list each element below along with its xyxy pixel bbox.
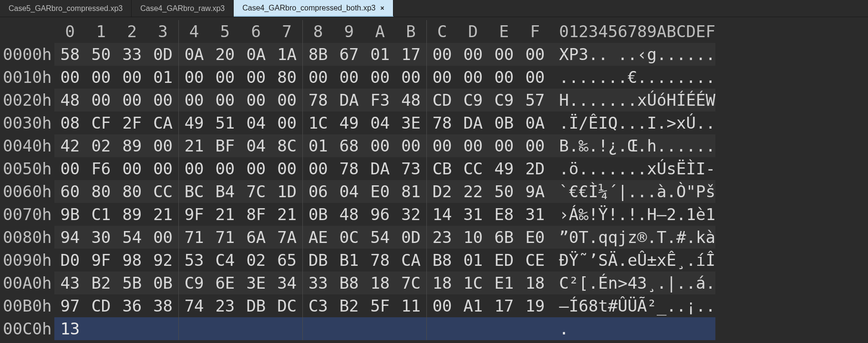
hex-row[interactable]: 00A0h43B25B0BC96E3E3433B8187C181CE118C²[… [0,272,715,294]
byte-cell[interactable]: 89 [116,203,147,226]
byte-cell[interactable]: 00 [209,157,240,180]
hex-row[interactable]: 0030h08CF2FCA495104001C49043E78DA0B0A.Ï/… [0,111,715,134]
byte-cell[interactable]: 00 [271,89,302,111]
byte-cell[interactable]: 23 [426,226,457,249]
byte-cell[interactable]: 78 [333,157,364,180]
byte-cell[interactable]: 67 [333,43,364,66]
byte-cell[interactable]: 7A [271,226,302,249]
byte-cell[interactable]: DA [333,89,364,111]
byte-cell[interactable]: CB [426,157,457,180]
byte-cell[interactable] [395,317,426,340]
byte-cell[interactable]: 81 [395,180,426,203]
byte-cell[interactable]: 48 [333,203,364,226]
byte-cell[interactable]: 8C [271,134,302,157]
byte-cell[interactable]: DA [364,157,395,180]
byte-cell[interactable]: 01 [147,66,178,89]
byte-cell[interactable]: 49 [488,157,519,180]
byte-cell[interactable]: 0A [178,43,209,66]
byte-cell[interactable]: E8 [488,203,519,226]
byte-cell[interactable]: 50 [85,43,116,66]
ascii-cell[interactable]: —Í68t#ÛÜÃ²_..¡.. [550,294,715,317]
byte-cell[interactable]: 5B [116,272,147,294]
byte-cell[interactable] [178,317,209,340]
byte-cell[interactable]: 19 [519,294,550,317]
byte-cell[interactable]: 21 [271,203,302,226]
byte-cell[interactable]: 00 [116,157,147,180]
byte-cell[interactable]: 22 [457,180,488,203]
byte-cell[interactable] [488,317,519,340]
byte-cell[interactable]: 96 [364,203,395,226]
byte-cell[interactable]: ED [488,249,519,272]
byte-cell[interactable]: CD [426,89,457,111]
byte-cell[interactable]: C4 [209,249,240,272]
byte-cell[interactable]: 80 [85,180,116,203]
byte-cell[interactable]: E0 [519,226,550,249]
byte-cell[interactable] [457,317,488,340]
byte-cell[interactable] [333,317,364,340]
byte-cell[interactable]: 01 [364,43,395,66]
byte-cell[interactable]: 00 [457,66,488,89]
byte-cell[interactable]: 89 [116,134,147,157]
byte-cell[interactable]: 97 [54,294,85,317]
byte-cell[interactable]: 04 [240,111,271,134]
byte-cell[interactable]: 00 [240,157,271,180]
hex-row[interactable]: 0060h608080CCBCB47C1D0604E081D222509A`€€… [0,180,715,203]
byte-cell[interactable]: 23 [209,294,240,317]
byte-cell[interactable]: 00 [302,157,333,180]
byte-cell[interactable]: C3 [302,294,333,317]
hex-editor[interactable]: 0 1 2 3 4 5 6 7 8 9 A B C D E F 01234567… [0,17,868,340]
byte-cell[interactable]: 00 [147,89,178,111]
byte-cell[interactable]: 49 [333,111,364,134]
byte-cell[interactable]: 74 [178,294,209,317]
byte-cell[interactable]: DC [271,294,302,317]
hex-row[interactable]: 0020h480000000000000078DAF348CDC9C957H..… [0,89,715,111]
byte-cell[interactable]: 17 [395,43,426,66]
byte-cell[interactable]: B8 [426,249,457,272]
byte-cell[interactable]: 58 [54,43,85,66]
byte-cell[interactable]: 00 [457,43,488,66]
byte-cell[interactable]: 00 [519,66,550,89]
byte-cell[interactable]: D0 [54,249,85,272]
byte-cell[interactable]: 00 [147,226,178,249]
hex-row[interactable]: 0090hD09F989253C40265DBB178CAB801EDCEÐŸ˜… [0,249,715,272]
byte-cell[interactable]: 1C [457,272,488,294]
hex-row[interactable]: 0000h5850330D0A200A1A8B67011700000000XP3… [0,43,715,66]
byte-cell[interactable]: 5F [364,294,395,317]
byte-cell[interactable]: 00 [426,134,457,157]
byte-cell[interactable]: 9A [519,180,550,203]
byte-cell[interactable]: 78 [426,111,457,134]
byte-cell[interactable]: 11 [395,294,426,317]
byte-cell[interactable]: 9B [54,203,85,226]
byte-cell[interactable]: 20 [209,43,240,66]
byte-cell[interactable]: 00 [364,66,395,89]
byte-cell[interactable]: CF [85,111,116,134]
byte-cell[interactable]: 01 [457,249,488,272]
byte-cell[interactable] [519,317,550,340]
byte-cell[interactable]: 50 [488,180,519,203]
byte-cell[interactable]: B4 [209,180,240,203]
byte-cell[interactable]: 0D [395,226,426,249]
byte-cell[interactable]: 00 [178,66,209,89]
hex-row[interactable]: 0070h9BC189219F218F210B4896321431E831›Á‰… [0,203,715,226]
byte-cell[interactable]: 00 [333,66,364,89]
byte-cell[interactable]: 31 [519,203,550,226]
byte-cell[interactable] [271,317,302,340]
byte-cell[interactable]: CE [519,249,550,272]
byte-cell[interactable]: 0A [240,43,271,66]
byte-cell[interactable]: 10 [457,226,488,249]
byte-cell[interactable]: 00 [54,157,85,180]
byte-cell[interactable]: 00 [488,134,519,157]
byte-cell[interactable]: 04 [240,134,271,157]
byte-cell[interactable]: 98 [116,249,147,272]
byte-cell[interactable]: CA [147,111,178,134]
byte-cell[interactable]: 71 [178,226,209,249]
byte-cell[interactable] [116,317,147,340]
byte-cell[interactable] [426,317,457,340]
byte-cell[interactable]: 0C [333,226,364,249]
byte-cell[interactable]: 43 [54,272,85,294]
byte-cell[interactable]: DA [457,111,488,134]
byte-cell[interactable]: 31 [457,203,488,226]
byte-cell[interactable]: AE [302,226,333,249]
byte-cell[interactable]: 0D [147,43,178,66]
byte-cell[interactable]: 6E [209,272,240,294]
